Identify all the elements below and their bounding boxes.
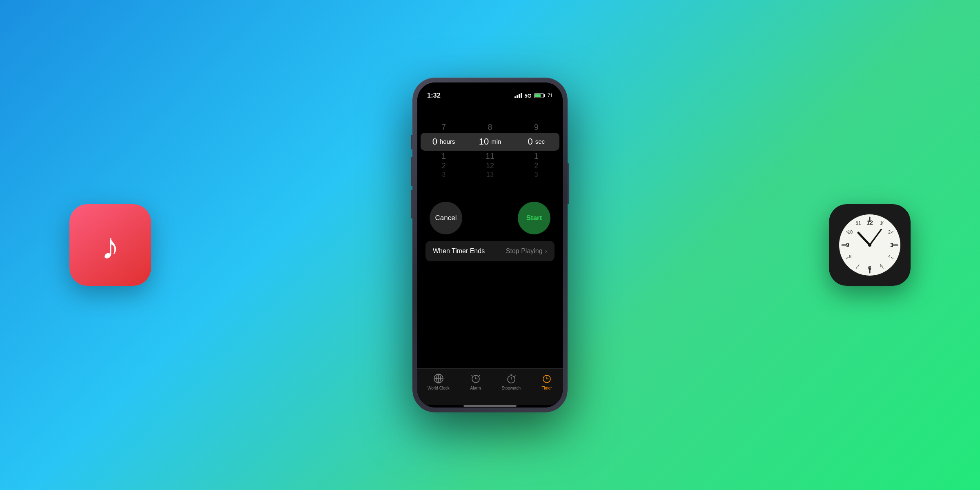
- tab-bar: World Clock Al: [417, 368, 563, 405]
- status-bar: 1:32 5G: [417, 82, 563, 103]
- svg-text:4: 4: [888, 254, 891, 259]
- sec-label: sec: [535, 138, 545, 145]
- power-button[interactable]: [568, 163, 569, 204]
- signal-icon: [514, 93, 522, 98]
- tab-timer-label: Timer: [541, 386, 552, 390]
- timer-icon: [541, 373, 552, 384]
- hours-above-3: 7: [421, 122, 467, 132]
- min-value: 10: [479, 136, 489, 147]
- phone-outer: 1:32 5G: [412, 78, 568, 412]
- svg-text:11: 11: [856, 220, 861, 225]
- time-picker[interactable]: 7 8 9 0 hours 10: [417, 103, 563, 198]
- start-button[interactable]: Start: [518, 202, 550, 234]
- alarm-icon: [470, 373, 481, 384]
- screen-content: 1:32 5G: [417, 82, 563, 408]
- stopwatch-icon: [506, 373, 517, 384]
- tab-stopwatch-label: Stopwatch: [501, 386, 521, 390]
- when-timer-ends-row[interactable]: When Timer Ends Stop Playing ›: [425, 241, 555, 261]
- hours-below-2: 2: [421, 162, 467, 170]
- sec-below-1: 1: [513, 151, 559, 161]
- svg-line-37: [479, 375, 480, 376]
- min-below-1: 11: [467, 151, 513, 161]
- sec-below-3: 3: [513, 171, 559, 178]
- min-below-2: 12: [467, 162, 513, 170]
- tab-alarm-label: Alarm: [470, 386, 481, 390]
- min-selected-cell[interactable]: 10 min: [467, 133, 513, 151]
- tab-world-clock-label: World Clock: [428, 386, 450, 390]
- min-label: min: [491, 138, 501, 145]
- when-timer-ends-label: When Timer Ends: [433, 247, 485, 255]
- cancel-button[interactable]: Cancel: [430, 202, 462, 234]
- silent-switch[interactable]: [411, 135, 412, 149]
- hours-selected-cell[interactable]: 0 hours: [421, 133, 467, 151]
- world-clock-icon: [433, 373, 444, 384]
- network-type: 5G: [524, 93, 531, 99]
- svg-text:6: 6: [868, 265, 871, 271]
- dynamic-island: [466, 87, 514, 100]
- svg-line-42: [514, 376, 515, 376]
- battery-pct: 71: [548, 93, 553, 98]
- min-below-3: 13: [467, 171, 513, 178]
- music-note-icon: ♪: [101, 228, 120, 265]
- sec-below-2: 2: [513, 162, 559, 170]
- phone-frame: 1:32 5G: [412, 78, 568, 412]
- hours-value: 0: [432, 136, 437, 147]
- svg-text:3: 3: [890, 242, 893, 248]
- svg-text:7: 7: [857, 263, 860, 268]
- svg-text:10: 10: [848, 229, 853, 234]
- timer-buttons: Cancel Start: [417, 198, 563, 241]
- sec-above-3: 9: [513, 122, 559, 132]
- svg-point-28: [868, 243, 871, 247]
- timer-content: 7 8 9 0 hours 10: [417, 103, 563, 368]
- min-above-3: 8: [467, 122, 513, 132]
- home-bar: [463, 405, 517, 407]
- tab-stopwatch[interactable]: Stopwatch: [501, 373, 521, 390]
- sec-value: 0: [528, 136, 533, 147]
- svg-text:2: 2: [888, 229, 891, 234]
- tab-timer[interactable]: Timer: [541, 373, 552, 390]
- hours-label: hours: [440, 138, 455, 145]
- volume-up-button[interactable]: [411, 157, 412, 186]
- svg-text:12: 12: [866, 219, 873, 226]
- clock-app-icon[interactable]: 12 3 6 9 1 2 4 5 7 8 10 11: [829, 204, 911, 286]
- hours-below-1: 1: [421, 151, 467, 161]
- hours-below-3: 3: [421, 171, 467, 178]
- status-right: 5G 71: [514, 93, 553, 99]
- phone-screen: 1:32 5G: [417, 82, 563, 408]
- svg-text:8: 8: [849, 254, 851, 259]
- timer-ends-value: Stop Playing: [506, 247, 543, 255]
- timer-ends-value-group[interactable]: Stop Playing ›: [506, 247, 547, 255]
- sec-selected-cell[interactable]: 0 sec: [513, 133, 559, 151]
- tab-alarm[interactable]: Alarm: [470, 373, 481, 390]
- music-app-icon[interactable]: ♪: [69, 204, 151, 286]
- svg-line-36: [472, 375, 472, 376]
- svg-text:9: 9: [846, 242, 849, 248]
- home-indicator: [417, 405, 563, 408]
- svg-text:5: 5: [880, 263, 882, 268]
- tab-world-clock[interactable]: World Clock: [428, 373, 450, 390]
- svg-text:1: 1: [880, 220, 882, 225]
- status-time: 1:32: [427, 92, 441, 99]
- volume-down-button[interactable]: [411, 190, 412, 218]
- clock-face-svg: 12 3 6 9 1 2 4 5 7 8 10 11: [837, 212, 902, 278]
- battery-icon: [534, 93, 545, 98]
- picker-selected-row[interactable]: 0 hours 10 min 0 sec: [421, 133, 559, 151]
- chevron-right-icon: ›: [545, 247, 547, 255]
